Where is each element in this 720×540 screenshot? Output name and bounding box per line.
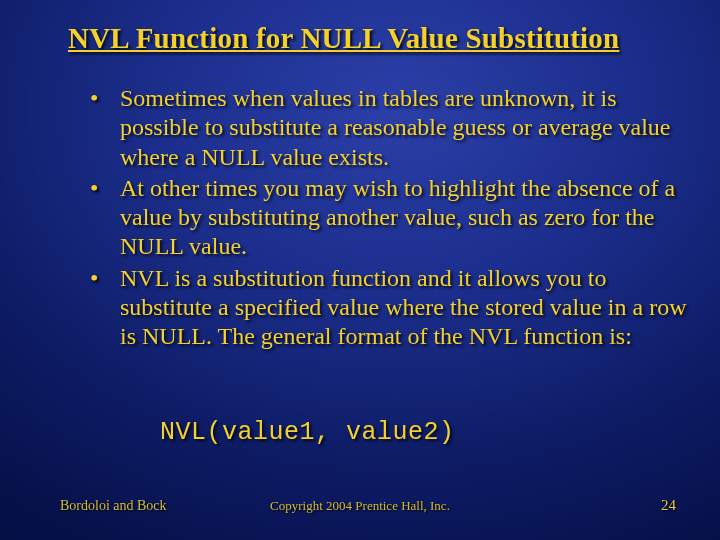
- bullet-list: Sometimes when values in tables are unkn…: [80, 84, 692, 351]
- slide-title: NVL Function for NULL Value Substitution: [68, 22, 680, 55]
- bullet-item: Sometimes when values in tables are unkn…: [80, 84, 692, 172]
- footer-copyright: Copyright 2004 Prentice Hall, Inc.: [0, 498, 720, 514]
- bullet-item: At other times you may wish to highlight…: [80, 174, 692, 262]
- slide: NVL Function for NULL Value Substitution…: [0, 0, 720, 540]
- slide-body: Sometimes when values in tables are unkn…: [80, 84, 692, 353]
- bullet-item: NVL is a substitution function and it al…: [80, 264, 692, 352]
- code-line: NVL(value1, value2): [160, 418, 455, 447]
- footer-page-number: 24: [661, 497, 676, 514]
